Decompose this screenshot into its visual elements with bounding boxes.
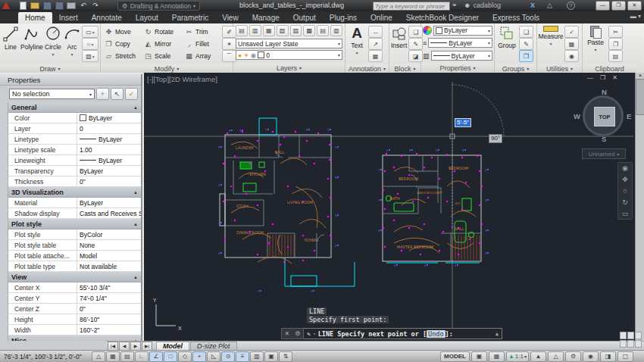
panel-label-properties[interactable]: Properties▾ — [421, 63, 494, 73]
property-value[interactable]: ByLayer — [77, 166, 141, 176]
viewcube-south[interactable]: S — [602, 135, 606, 143]
restore-button[interactable]: ❒ — [611, 1, 626, 11]
tab-sketchbook-designer[interactable]: SketchBook Designer — [399, 12, 486, 23]
property-value[interactable]: 86'-10" — [77, 314, 141, 324]
mirror-tool[interactable]: ◭Mirror — [142, 38, 183, 50]
tab-model[interactable]: Model — [156, 342, 189, 351]
grid-display-toggle[interactable]: ▤ — [120, 351, 134, 362]
orbit-icon[interactable]: ↻ — [622, 198, 628, 206]
layer-freeze-button[interactable]: ▤ — [317, 25, 329, 36]
close-button[interactable]: ✕ — [627, 1, 642, 11]
insert-block-tool[interactable]: Insert — [391, 24, 407, 64]
property-value[interactable]: 1.00 — [77, 145, 141, 154]
showmotion-icon[interactable]: ▭ — [622, 210, 629, 217]
first-layout-icon[interactable]: |◀ — [108, 342, 118, 351]
dimension-button[interactable]: ↔ — [368, 26, 383, 38]
user-account[interactable]: ☻ cadablog — [464, 1, 501, 10]
print-icon[interactable] — [67, 2, 76, 10]
full-navigation-wheel-icon[interactable]: ◉ — [622, 164, 628, 172]
section-header-3d-visualization[interactable]: 3D Visualization▲ — [8, 187, 141, 198]
property-value[interactable]: 160'-2" — [77, 325, 141, 335]
fillet-tool[interactable]: ◞Fillet — [183, 38, 220, 50]
group-edit-button[interactable]: ✎ — [519, 38, 533, 50]
quick-view-drawings-button[interactable]: ▦ — [489, 351, 505, 362]
layer-isolate-button[interactable]: ▨ — [290, 25, 302, 36]
open-icon[interactable] — [30, 2, 39, 10]
viewcube-top-face[interactable]: TOP — [594, 107, 615, 126]
prev-layout-icon[interactable]: ◀ — [119, 342, 130, 351]
tab-output[interactable]: Output — [286, 12, 323, 23]
palette-title[interactable]: Properties — [0, 74, 141, 86]
tab-manage[interactable]: Manage — [245, 12, 286, 23]
close-icon[interactable]: ✕ — [285, 330, 290, 337]
toolbar-lock-button[interactable]: ◉ — [583, 351, 599, 362]
save-as-icon[interactable] — [55, 2, 64, 10]
group-selection-button[interactable]: ❐ — [519, 50, 533, 62]
layer-combo[interactable]: ● ☀ ◉ 0▾ — [236, 50, 342, 60]
section-header-general[interactable]: General▲ — [8, 102, 141, 113]
command-input[interactable]: ✎ ▾ LINE Specify next point or [Undo]: ▲ — [304, 328, 502, 339]
copy-tool[interactable]: ❐Copy — [102, 38, 142, 50]
infer-constraints-toggle[interactable]: △ — [92, 351, 105, 362]
quick-select-button[interactable]: ✓ — [564, 26, 579, 38]
ungroup-button[interactable]: ❏ — [519, 26, 533, 38]
save-block-button[interactable]: ▤ — [608, 50, 623, 62]
model-space-button[interactable]: MODEL — [440, 351, 470, 362]
text-tool[interactable]: A Text ▾ — [347, 24, 367, 64]
clean-screen-button[interactable]: ▢ — [617, 351, 633, 362]
panel-label-draw[interactable]: Draw▾ — [0, 64, 100, 73]
layer-unisolate-button[interactable]: ▩ — [303, 25, 315, 36]
toggle-pickadd-button[interactable]: + — [96, 88, 109, 100]
tab-insert[interactable]: Insert — [52, 12, 85, 23]
measure-tool[interactable]: Measure ▾ — [539, 24, 563, 64]
cut-button[interactable]: ✂ — [608, 26, 623, 38]
quick-calc-button[interactable]: ▦ — [564, 38, 579, 50]
property-value[interactable]: ByColor — [77, 229, 141, 239]
id-point-button[interactable]: ◉ — [564, 50, 579, 62]
resize-grip[interactable] — [620, 332, 643, 349]
select-objects-button[interactable]: ↖ — [111, 88, 123, 100]
array-tool[interactable]: ▦Array — [183, 50, 220, 62]
annotation-scale-button[interactable]: ▲ 1:1 ▾ — [506, 351, 529, 362]
viewcube-east[interactable]: E — [627, 112, 631, 120]
quick-view-layouts-button[interactable]: ▣ — [471, 351, 487, 362]
linetype-combo[interactable]: ByLayer▾ — [431, 51, 492, 61]
trim-tool[interactable]: ✂Trim — [183, 26, 220, 38]
section-header-plot-style[interactable]: Plot style▲ — [8, 219, 141, 229]
viewcube[interactable]: TOP N W E S — [577, 88, 631, 147]
rectangle-button[interactable]: ▭▾ — [82, 26, 98, 38]
property-value[interactable]: 74'-0 1/4" — [77, 293, 141, 303]
minimize-button[interactable]: — — [596, 1, 610, 11]
pan-icon[interactable]: ✥ — [622, 176, 628, 183]
panel-label-block[interactable]: Block▾ — [389, 64, 420, 73]
tab-plug-ins[interactable]: Plug-ins — [323, 12, 364, 23]
quick-select-button[interactable]: ✓ — [125, 88, 138, 100]
model-space-drawing[interactable]: 55153153253122315352344134444 LAUNDRY KI… — [144, 73, 644, 341]
property-value[interactable]: None — [77, 240, 141, 250]
dynamic-input-toggle[interactable]: ⊙ — [221, 351, 235, 362]
object-snap-tracking-toggle[interactable]: + — [192, 351, 206, 362]
property-value[interactable]: ByLayer — [77, 113, 141, 123]
search-binoculars-icon[interactable]: ⚭ — [452, 1, 458, 10]
selection-cycling-toggle[interactable]: ⇅ — [279, 351, 292, 362]
panel-label-groups[interactable]: Groups▾ — [495, 64, 536, 73]
layer-properties-button[interactable]: ▤ — [236, 25, 248, 36]
stretch-tool[interactable]: ▱Stretch — [102, 50, 142, 62]
property-value[interactable]: ByLayer — [77, 198, 141, 208]
scroll-up-icon[interactable]: ▲ — [638, 73, 642, 77]
object-color-combo[interactable]: ByLayer▾ — [433, 26, 492, 36]
object-snap-toggle[interactable]: □ — [164, 351, 177, 362]
property-value[interactable]: Not available — [77, 261, 141, 271]
layer-match-button[interactable]: ▥ — [249, 25, 261, 36]
drawing-area[interactable]: 55153153253122315352344134444 LAUNDRY KI… — [144, 73, 644, 341]
multileader-button[interactable]: ↗ — [368, 38, 383, 50]
tab-express-tools[interactable]: Express Tools — [486, 12, 546, 23]
property-value[interactable]: 0" — [77, 176, 141, 186]
property-value[interactable]: ByLayer — [77, 134, 141, 144]
snap-mode-toggle[interactable]: ▦ — [106, 351, 120, 362]
scale-tool[interactable]: ◳Scale — [142, 50, 183, 62]
performance-button[interactable]: ◨ — [600, 351, 616, 362]
ortho-mode-toggle[interactable]: ∟ — [135, 351, 148, 362]
tab-parametric[interactable]: Parametric — [165, 12, 215, 23]
table-button[interactable]: ▦ — [368, 50, 383, 62]
